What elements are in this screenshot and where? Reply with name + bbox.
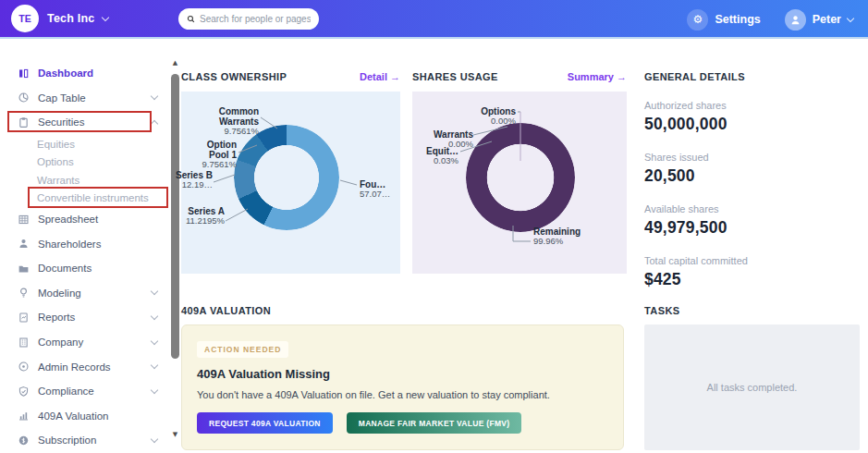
main-scrollbar[interactable]: ▲ ▼ — [169, 39, 181, 453]
scroll-up-arrow-icon[interactable]: ▲ — [170, 59, 180, 67]
valuation-missing-heading: 409A Valuation Missing — [197, 367, 608, 381]
chevron-down-icon — [151, 337, 158, 344]
sidebar-item-label: Subscription — [38, 435, 96, 446]
sidebar-item-label: Equities — [37, 139, 75, 150]
sidebar-item-label: Documents — [38, 263, 92, 274]
folder-icon — [17, 262, 30, 275]
sidebar-item-subscription[interactable]: Subscription — [0, 428, 169, 453]
bar-chart-icon — [17, 410, 30, 422]
settings-label: Settings — [715, 13, 760, 26]
slice-label-common-warrants: Common Warrants 9.7561% — [194, 106, 259, 137]
sidebar-item-409a-valuation[interactable]: 409A Valuation — [0, 404, 169, 429]
navbar-actions: ⚙ Settings Peter — [687, 0, 853, 39]
slice-label-series-b: Series B 12.19… — [171, 170, 213, 190]
sidebar-item-label: Reports — [38, 312, 75, 323]
general-details-section: GENERAL DETAILS Authorized shares 50,000… — [644, 71, 860, 289]
company-switcher[interactable]: TE Tech Inc — [0, 5, 108, 32]
sidebar-item-label: Securities — [38, 116, 85, 128]
sidebar-item-label: Admin Records — [38, 361, 111, 373]
sidebar-item-cap-table[interactable]: Cap Table — [0, 86, 169, 111]
chevron-up-icon — [151, 120, 158, 128]
valuation-missing-body: You don't have a 409A Valuation on file.… — [197, 389, 608, 400]
shares-usage-title: SHARES USAGE — [412, 71, 498, 82]
stat-shares-issued: Shares issued 20,500 — [644, 152, 860, 186]
sidebar-item-label: 409A Valuation — [38, 410, 109, 422]
dollar-icon — [17, 434, 30, 447]
user-name: Peter — [813, 13, 841, 26]
app: TE Tech Inc ⚙ Settings — [0, 0, 868, 453]
person-icon — [789, 14, 801, 26]
shares-usage-summary-link[interactable]: Summary → — [568, 71, 627, 82]
company-name: Tech Inc — [47, 12, 94, 25]
stat-authorized-shares: Authorized shares 50,000,000 — [644, 100, 860, 134]
chevron-down-icon — [151, 386, 158, 393]
manage-fmv-button[interactable]: MANAGE FAIR MARKET VALUE (FMV) — [347, 412, 522, 434]
dashboard-icon — [17, 67, 30, 80]
settings-button[interactable]: ⚙ Settings — [687, 9, 760, 31]
sidebar-item-label: Options — [37, 156, 74, 167]
grid-icon — [17, 213, 30, 226]
search-input[interactable] — [200, 14, 311, 24]
sidebar-item-options[interactable]: Options — [0, 153, 169, 171]
sidebar-item-compliance[interactable]: Compliance — [0, 379, 169, 404]
sidebar: Dashboard Cap Table Securities Equities … — [0, 39, 169, 453]
sidebar-item-warrants[interactable]: Warrants — [0, 171, 169, 190]
sidebar-item-label: Cap Table — [38, 92, 86, 104]
pie-chart-icon — [17, 92, 30, 104]
report-icon — [17, 311, 30, 324]
slice-label-founders: Fou… 57.07… — [360, 179, 400, 200]
slice-label-equity: Equit… 0.03% — [414, 146, 458, 166]
company-initials: TE — [18, 13, 31, 24]
slice-label-remaining: Remaining 99.96% — [533, 226, 598, 247]
global-search[interactable] — [178, 8, 319, 30]
sidebar-item-securities[interactable]: Securities — [0, 110, 169, 135]
sidebar-item-spreadsheet[interactable]: Spreadsheet — [0, 207, 169, 232]
scroll-down-arrow-icon[interactable]: ▼ — [170, 431, 180, 438]
valuation-buttons: REQUEST 409A VALUATION MANAGE FAIR MARKE… — [197, 412, 608, 434]
slice-label-series-a: Series A 11.2195% — [169, 206, 225, 226]
person-icon — [17, 238, 30, 251]
sidebar-item-modeling[interactable]: Modeling — [0, 281, 169, 306]
shield-check-icon — [17, 385, 30, 398]
request-409a-valuation-button[interactable]: REQUEST 409A VALUATION — [197, 412, 333, 434]
tasks-card: All tasks completed. — [644, 324, 860, 450]
sidebar-item-equities[interactable]: Equities — [0, 135, 169, 153]
chevron-down-icon — [151, 435, 158, 443]
user-menu[interactable]: Peter — [785, 9, 853, 31]
gear-icon: ⚙ — [687, 9, 708, 31]
clipboard-icon — [17, 116, 30, 129]
top-navbar: TE Tech Inc ⚙ Settings — [0, 0, 868, 39]
sidebar-item-reports[interactable]: Reports — [0, 305, 169, 330]
sidebar-item-admin-records[interactable]: Admin Records — [0, 354, 169, 379]
sidebar-item-label: Dashboard — [38, 67, 93, 79]
valuation-409a-title: 409A VALUATION — [181, 305, 271, 316]
shares-usage-donut — [466, 123, 575, 232]
shares-usage-chart-panel: Options 0.00% Warrants 0.00% Equit… 0.03… — [412, 92, 627, 274]
slice-label-options: Options 0.00% — [460, 106, 516, 127]
sidebar-item-shareholders[interactable]: Shareholders — [0, 231, 169, 256]
tasks-title: TASKS — [644, 305, 679, 316]
sidebar-item-label: Modeling — [38, 288, 81, 299]
avatar — [785, 9, 806, 31]
action-needed-badge: ACTION NEEDED — [197, 341, 288, 358]
sidebar-item-label: Warrants — [37, 175, 79, 186]
sidebar-item-convertible-instruments[interactable]: Convertible instruments — [0, 189, 169, 207]
sidebar-item-label: Compliance — [38, 386, 94, 397]
class-ownership-donut — [234, 125, 339, 230]
sidebar-item-company[interactable]: Company — [0, 330, 169, 355]
sidebar-item-label: Company — [38, 337, 83, 348]
chevron-down-icon — [151, 288, 158, 295]
chevron-down-icon — [847, 14, 854, 21]
sidebar-item-dashboard[interactable]: Dashboard — [0, 61, 169, 86]
company-logo: TE — [11, 5, 39, 32]
chevron-down-icon — [151, 361, 158, 369]
valuation-409a-card: ACTION NEEDED 409A Valuation Missing You… — [181, 324, 624, 450]
stat-available-shares: Available shares 49,979,500 — [644, 203, 860, 238]
sidebar-item-documents[interactable]: Documents — [0, 256, 169, 281]
sidebar-item-label: Shareholders — [38, 239, 101, 250]
class-ownership-chart-panel: Common Warrants 9.7561% Option Pool 1 9.… — [181, 92, 400, 274]
chevron-down-icon — [151, 312, 158, 320]
chevron-down-icon — [151, 92, 158, 100]
class-ownership-detail-link[interactable]: Detail → — [360, 71, 400, 82]
stat-total-capital-committed: Total capital committed $425 — [644, 255, 860, 289]
